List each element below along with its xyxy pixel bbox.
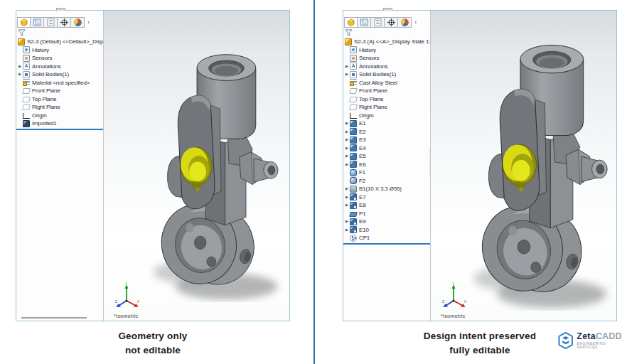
tree-root-label: S2-3 (Default) <<Default>_Display Sta <box>27 38 103 45</box>
featuremanager-panel: › S2-3 (Default) <<Default>_Display Sta … <box>16 11 104 321</box>
tree-item[interactable]: ▶ History <box>343 46 430 55</box>
feature-tree: S2-3 (Default) <<Default>_Display Sta ▶ … <box>16 38 103 130</box>
left-caption: Geometry only not editable <box>16 329 290 357</box>
graphics-area[interactable]: *Isometric <box>104 11 289 321</box>
plane3d-icon <box>349 212 358 217</box>
tree-filter[interactable] <box>18 28 103 36</box>
tree-root-label: S2-3 (A) <<A>_Display State 1> <box>354 38 430 45</box>
expand-arrow-icon[interactable]: ▶ <box>344 203 350 208</box>
rollback-bar[interactable] <box>343 243 430 245</box>
history-icon <box>350 46 357 53</box>
expand-arrow-icon[interactable]: ▶ <box>344 220 350 224</box>
tree-item[interactable]: ▶ B1(10 X 3.3 Ø35) <box>343 185 430 193</box>
expand-arrow-icon[interactable]: ▶ <box>17 73 23 77</box>
left-caption-line2: not editable <box>16 343 290 358</box>
tree-root-item[interactable]: S2-3 (A) <<A>_Display State 1> <box>343 38 430 46</box>
dimxpertmanager-tab-icon[interactable] <box>385 17 398 28</box>
tree-item[interactable]: ▶ E7 <box>343 193 430 202</box>
featuremanager-tab-icon[interactable] <box>17 17 31 28</box>
tree-item[interactable]: ▶ Front Plane <box>16 87 103 95</box>
zetacadd-hexagon-icon <box>557 331 574 350</box>
annotations-icon <box>350 63 357 70</box>
logo-brand-light: CADD <box>596 331 622 341</box>
configurationmanager-tab-icon[interactable] <box>371 17 385 28</box>
propertymanager-tab-icon[interactable] <box>358 17 371 28</box>
configurationmanager-tab-icon[interactable] <box>44 17 58 28</box>
expand-arrow-icon[interactable]: ▶ <box>344 154 350 159</box>
filter-funnel-icon <box>18 29 26 36</box>
tree-item[interactable]: ▶ Right Plane <box>16 103 103 112</box>
tree-item[interactable]: ▶ Right Plane <box>343 103 430 112</box>
origin-icon <box>350 113 357 119</box>
tree-root-item[interactable]: S2-3 (Default) <<Default>_Display Sta <box>16 38 103 46</box>
tree-item[interactable]: ▶ Top Plane <box>343 95 430 104</box>
tree-item[interactable]: ▶ P1 <box>343 210 430 218</box>
tree-item[interactable]: ▶ E5 <box>343 152 430 161</box>
tree-horizontal-scrollbar[interactable] <box>21 317 87 318</box>
featuremanager-tab-icon[interactable] <box>344 17 358 28</box>
tree-item[interactable]: ▶ F1 <box>343 168 430 177</box>
view-orientation-label: *Isometric <box>441 313 465 319</box>
expand-arrow-icon[interactable]: ▶ <box>344 187 350 191</box>
expand-arrow-icon[interactable]: ▶ <box>344 196 350 200</box>
displaymanager-tab-icon[interactable] <box>398 17 412 28</box>
expand-arrow-icon[interactable]: ▶ <box>344 163 350 167</box>
expand-arrow-icon[interactable]: ▶ <box>344 146 350 151</box>
view-orientation-label: *Isometric <box>114 313 138 319</box>
tree-item[interactable]: ▶ E8 <box>343 201 430 210</box>
cut-icon <box>350 193 357 200</box>
expand-arrow-icon[interactable]: ▶ <box>344 138 350 142</box>
tree-item[interactable]: ▶ E1 <box>343 119 430 128</box>
expand-arrow-icon[interactable]: ▶ <box>17 65 23 69</box>
tree-item[interactable]: ▶ Top Plane <box>16 95 103 104</box>
part-model-3d[interactable] <box>149 28 286 302</box>
tree-item[interactable]: ▶ Origin <box>16 112 103 120</box>
tree-filter[interactable] <box>345 28 430 36</box>
tree-item[interactable]: ▶ History <box>16 46 103 55</box>
dimxpertmanager-tab-icon[interactable] <box>58 17 71 28</box>
tree-item[interactable]: ▶ Front Plane <box>343 87 430 95</box>
tree-item[interactable]: ▶ Annotations <box>16 63 103 71</box>
plane-icon <box>22 105 31 110</box>
tree-item[interactable]: ▶ Imported1 <box>16 119 103 128</box>
expand-tabs-arrow[interactable]: › <box>412 17 419 28</box>
expand-arrow-icon[interactable]: ▶ <box>344 65 350 69</box>
tree-item[interactable]: ▶ Solid Bodies(1) <box>343 70 430 79</box>
tree-item[interactable]: ▶ F2 <box>343 177 430 186</box>
tree-item[interactable]: ▶ E2 <box>343 128 430 136</box>
tree-item[interactable]: ▶ E4 <box>343 144 430 153</box>
expand-arrow-icon[interactable]: ▶ <box>344 73 350 77</box>
manager-tabbar: › <box>17 17 103 28</box>
tree-item[interactable]: ▶ CP1 <box>343 234 430 242</box>
pattern-icon <box>350 235 357 242</box>
tree-item[interactable]: ▶ Sensors <box>343 54 430 63</box>
tree-item[interactable]: ▶ E6 <box>343 161 430 169</box>
plane-icon <box>22 88 31 94</box>
propertymanager-tab-icon[interactable] <box>31 17 44 28</box>
boss-icon <box>350 144 357 151</box>
tree-item[interactable]: ▶ E9 <box>343 218 430 226</box>
orientation-triad-icon <box>115 282 141 309</box>
part-model-3d[interactable] <box>469 16 616 311</box>
graphics-area[interactable]: *Isometric <box>431 11 616 321</box>
logo-wordmark: ZetaCADD <box>577 332 627 341</box>
expand-arrow-icon[interactable]: ▶ <box>344 228 350 232</box>
expand-tabs-arrow[interactable]: › <box>85 17 92 28</box>
imported-icon <box>23 120 30 127</box>
tree-item[interactable]: ▶ E10 <box>343 226 430 235</box>
expand-arrow-icon[interactable]: ▶ <box>344 122 350 126</box>
tree-item[interactable]: ▶ Material <not specified> <box>16 79 103 87</box>
sensors-icon <box>23 55 30 62</box>
tree-item[interactable]: ▶ Origin <box>343 112 430 120</box>
tree-item[interactable]: ▶ Solid Bodies(1) <box>16 70 103 79</box>
expand-arrow-icon[interactable]: ▶ <box>344 130 350 134</box>
tree-item[interactable]: ▶ Annotations <box>343 63 430 71</box>
tree-item[interactable]: ▶ E3 <box>343 136 430 144</box>
rollback-bar[interactable] <box>16 129 103 130</box>
tree-item[interactable]: ▶ Sensors <box>16 54 103 63</box>
displaymanager-tab-icon[interactable] <box>71 17 85 28</box>
origin-icon <box>23 113 30 119</box>
part-icon <box>345 38 352 46</box>
tree-item[interactable]: ▶ Cast Alloy Steel <box>343 79 430 87</box>
slide-divider <box>314 0 315 364</box>
